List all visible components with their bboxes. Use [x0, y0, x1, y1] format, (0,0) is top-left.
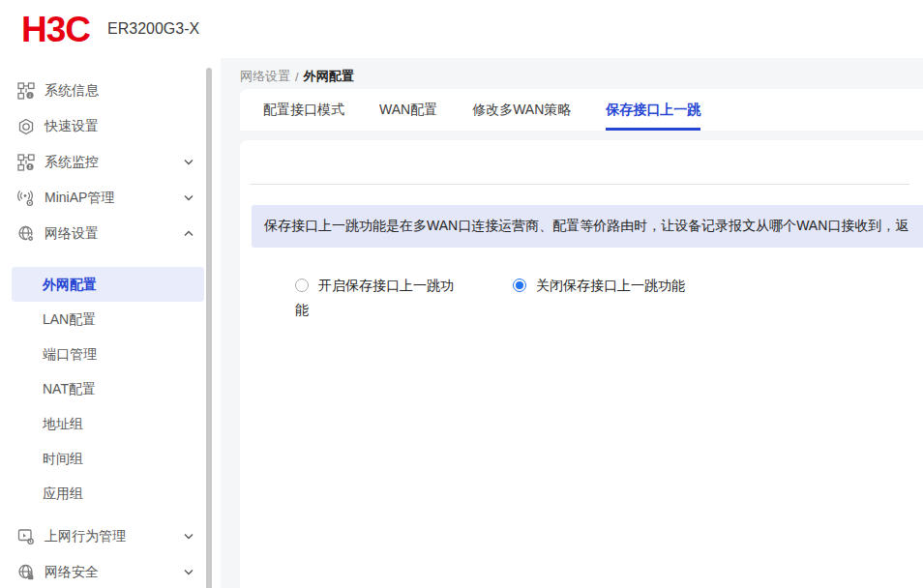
radio-enable-save-nexthop[interactable]: 开启保存接口上一跳功能	[295, 274, 462, 322]
tab-panel-card: 保存接口上一跳功能是在多WAN口连接运营商、配置等价路由时，让设备记录报文从哪个…	[240, 140, 923, 588]
app-window: H3C ER3200G3-X 系统信息	[0, 0, 923, 588]
topology-info-icon	[17, 82, 35, 100]
sidebar-item-system-monitor[interactable]: 系统监控	[0, 144, 221, 180]
sidebar-subitem-port-management[interactable]: 端口管理	[12, 337, 204, 371]
content-area: 网络设置 / 外网配置 配置接口模式 WAN配置 修改多WAN策略 保存接口上一…	[221, 58, 923, 588]
tab-save-interface-nexthop[interactable]: 保存接口上一跳	[606, 89, 700, 131]
sidebar-item-label: 上网行为管理	[45, 528, 184, 545]
tab-config-interface-mode[interactable]: 配置接口模式	[263, 89, 344, 131]
sidebar-item-network-security[interactable]: 网络安全	[0, 554, 221, 588]
tab-modify-multiwan-policy[interactable]: 修改多WAN策略	[472, 89, 571, 131]
radio-label[interactable]: 关闭保存接口上一跳功能	[536, 278, 685, 293]
sidebar-item-label: 系统监控	[45, 154, 184, 171]
tab-bar: 配置接口模式 WAN配置 修改多WAN策略 保存接口上一跳	[240, 89, 923, 131]
globe-gear-icon	[17, 225, 35, 243]
sidebar-item-label: 网络安全	[45, 564, 184, 581]
sidebar-item-label: 快速设置	[45, 118, 194, 135]
network-settings-submenu: 外网配置 LAN配置 端口管理 NAT配置 地址组 时间组 应用组	[0, 267, 221, 511]
sidebar-item-label: MiniAP管理	[45, 190, 184, 207]
sidebar-subitem-address-group[interactable]: 地址组	[12, 406, 204, 441]
sidebar-item-label: 网络设置	[45, 225, 184, 243]
breadcrumb-parent[interactable]: 网络设置	[240, 68, 290, 85]
chevron-down-icon	[184, 532, 194, 542]
main-area: 系统信息 快速设置	[0, 58, 923, 588]
sidebar-item-miniap-management[interactable]: MiniAP管理	[0, 180, 221, 216]
app-header: H3C ER3200G3-X	[0, 0, 923, 58]
h3c-logo: H3C	[21, 12, 90, 47]
chevron-down-icon	[184, 158, 194, 167]
sidebar-subitem-time-group[interactable]: 时间组	[12, 441, 204, 476]
globe-lock-icon	[17, 564, 35, 581]
sidebar: 系统信息 快速设置	[0, 58, 221, 588]
behavior-gear-icon	[17, 528, 35, 545]
tab-wan-config[interactable]: WAN配置	[379, 89, 437, 131]
radio-unchecked-icon[interactable]	[295, 279, 309, 292]
antenna-gear-icon	[17, 190, 35, 207]
sidebar-subitem-lan-config[interactable]: LAN配置	[12, 302, 204, 337]
breadcrumb-current: 外网配置	[304, 68, 354, 85]
sidebar-subitem-nat-config[interactable]: NAT配置	[12, 371, 204, 406]
chevron-down-icon	[184, 193, 194, 203]
sidebar-item-network-settings[interactable]: 网络设置	[0, 216, 221, 251]
breadcrumb: 网络设置 / 外网配置	[240, 58, 923, 89]
radio-disable-save-nexthop[interactable]: 关闭保存接口上一跳功能	[513, 274, 685, 298]
sidebar-nav: 系统信息 快速设置	[0, 58, 221, 588]
sidebar-item-label: 系统信息	[45, 82, 194, 100]
sidebar-bottom-group: 上网行为管理 网络安全	[0, 518, 221, 588]
sidebar-item-behavior-management[interactable]: 上网行为管理	[0, 518, 221, 554]
sidebar-item-quick-setup[interactable]: 快速设置	[0, 108, 221, 144]
chevron-down-icon	[184, 568, 194, 577]
info-banner: 保存接口上一跳功能是在多WAN口连接运营商、配置等价路由时，让设备记录报文从哪个…	[252, 205, 923, 248]
breadcrumb-separator: /	[295, 70, 299, 84]
sidebar-item-system-info[interactable]: 系统信息	[0, 73, 221, 108]
device-model: ER3200G3-X	[107, 20, 199, 38]
nexthop-radio-group: 开启保存接口上一跳功能 关闭保存接口上一跳功能	[295, 274, 923, 322]
topology-monitor-icon	[17, 154, 35, 171]
chevron-up-icon	[184, 229, 194, 239]
tab-bar-card: 配置接口模式 WAN配置 修改多WAN策略 保存接口上一跳	[240, 89, 923, 131]
radio-checked-icon[interactable]	[513, 279, 526, 292]
sidebar-subitem-wan-config[interactable]: 外网配置	[12, 267, 204, 302]
sidebar-scrollbar[interactable]	[206, 68, 212, 588]
sidebar-subitem-app-group[interactable]: 应用组	[12, 476, 204, 511]
radio-label[interactable]: 开启保存接口上一跳功能	[295, 278, 454, 317]
hexagon-gear-icon	[17, 118, 35, 135]
panel-divider	[250, 184, 909, 185]
